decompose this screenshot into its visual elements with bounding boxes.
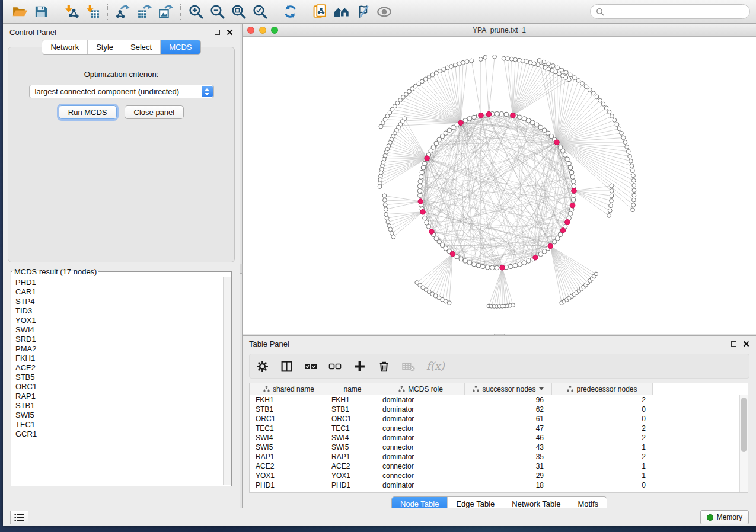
delete-row-button[interactable] bbox=[377, 359, 391, 373]
deselect-all-button[interactable] bbox=[328, 359, 342, 373]
network-node[interactable] bbox=[547, 62, 551, 66]
splitter-grip[interactable] bbox=[494, 334, 505, 336]
network-node[interactable] bbox=[595, 95, 599, 99]
network-node[interactable] bbox=[385, 216, 389, 220]
network-node[interactable] bbox=[631, 203, 636, 207]
zoom-fit-button[interactable] bbox=[228, 2, 249, 21]
mcds-result-item[interactable]: YOX1 bbox=[15, 316, 219, 325]
network-node[interactable] bbox=[564, 70, 568, 75]
import-network-button[interactable] bbox=[60, 2, 82, 21]
network-node[interactable] bbox=[607, 110, 611, 114]
mcds-result-item[interactable]: GCR1 bbox=[15, 430, 219, 439]
network-node[interactable] bbox=[601, 102, 605, 106]
mcds-result-item[interactable]: SWI4 bbox=[15, 325, 219, 335]
splitter-grip[interactable] bbox=[240, 264, 243, 274]
table-row[interactable]: FKH1FKH1dominator962 bbox=[250, 395, 739, 405]
network-node[interactable] bbox=[632, 198, 636, 202]
float-panel-button[interactable] bbox=[215, 30, 220, 35]
network-node[interactable] bbox=[420, 170, 425, 175]
network-node[interactable] bbox=[623, 140, 627, 145]
network-node[interactable] bbox=[560, 68, 564, 72]
network-node[interactable] bbox=[542, 60, 546, 64]
close-panel-button[interactable]: Close panel bbox=[125, 105, 184, 119]
maximize-window-icon[interactable] bbox=[271, 27, 278, 34]
network-node[interactable] bbox=[511, 303, 515, 307]
hide-labels-button[interactable] bbox=[352, 2, 374, 21]
mcds-result-item[interactable]: STP4 bbox=[15, 297, 219, 306]
mcds-hub-node[interactable] bbox=[450, 251, 455, 257]
network-node[interactable] bbox=[417, 184, 422, 188]
network-node[interactable] bbox=[588, 88, 592, 92]
network-node[interactable] bbox=[617, 127, 621, 131]
network-node[interactable] bbox=[535, 123, 540, 127]
show-graphics-details-button[interactable] bbox=[374, 2, 395, 21]
zoom-selected-button[interactable] bbox=[249, 2, 270, 21]
network-node[interactable] bbox=[455, 255, 460, 259]
optimization-criterion-select[interactable]: largest connected component (undirected) bbox=[29, 85, 214, 98]
network-node[interactable] bbox=[565, 157, 570, 162]
table-scrollbar[interactable] bbox=[739, 395, 748, 492]
network-node[interactable] bbox=[386, 220, 390, 224]
network-node[interactable] bbox=[418, 180, 423, 184]
network-node[interactable] bbox=[429, 149, 433, 153]
network-node[interactable] bbox=[608, 209, 612, 213]
mcds-hub-node[interactable] bbox=[458, 120, 464, 126]
tab-style[interactable]: Style bbox=[87, 40, 122, 54]
network-node[interactable] bbox=[572, 184, 576, 188]
network-node[interactable] bbox=[626, 149, 630, 153]
tab-select[interactable]: Select bbox=[122, 40, 160, 54]
mcds-result-item[interactable]: RAP1 bbox=[15, 392, 219, 401]
network-node[interactable] bbox=[527, 118, 531, 123]
mcds-hub-node[interactable] bbox=[486, 111, 492, 117]
mcds-hub-node[interactable] bbox=[420, 210, 426, 215]
network-node[interactable] bbox=[532, 62, 537, 66]
mcds-hub-node[interactable] bbox=[500, 265, 505, 270]
network-node[interactable] bbox=[631, 208, 635, 212]
network-node[interactable] bbox=[517, 58, 521, 62]
network-node[interactable] bbox=[609, 204, 613, 208]
network-node[interactable] bbox=[387, 224, 391, 228]
mcds-hub-node[interactable] bbox=[565, 220, 570, 225]
network-node[interactable] bbox=[445, 66, 449, 70]
export-table-button[interactable] bbox=[133, 2, 155, 21]
network-node[interactable] bbox=[426, 225, 431, 229]
new-network-button[interactable] bbox=[310, 2, 331, 21]
network-node[interactable] bbox=[509, 57, 513, 61]
mcds-result-item[interactable]: TEC1 bbox=[15, 420, 219, 430]
network-node[interactable] bbox=[568, 211, 573, 216]
tab-network[interactable]: Network bbox=[42, 40, 87, 54]
network-node[interactable] bbox=[576, 79, 580, 83]
network-node[interactable] bbox=[615, 123, 619, 127]
mcds-hub-node[interactable] bbox=[511, 113, 516, 118]
network-node[interactable] bbox=[563, 153, 567, 158]
scrollbar-thumb[interactable] bbox=[741, 398, 747, 452]
import-table-button[interactable] bbox=[82, 2, 103, 21]
network-node[interactable] bbox=[630, 164, 634, 168]
mcds-result-item[interactable]: SWI5 bbox=[15, 411, 219, 420]
network-node[interactable] bbox=[513, 263, 518, 268]
column-header-mcds-role[interactable]: MCDS role bbox=[377, 383, 465, 395]
network-node[interactable] bbox=[467, 117, 472, 121]
network-canvas[interactable] bbox=[243, 37, 756, 334]
mcds-result-item[interactable]: PHD1 bbox=[15, 278, 219, 287]
network-node[interactable] bbox=[625, 145, 629, 149]
zoom-in-button[interactable] bbox=[185, 2, 206, 21]
network-node[interactable] bbox=[572, 76, 576, 80]
network-node[interactable] bbox=[620, 132, 624, 136]
network-node[interactable] bbox=[379, 124, 383, 129]
network-node[interactable] bbox=[571, 198, 576, 203]
network-node[interactable] bbox=[570, 175, 575, 180]
network-node[interactable] bbox=[382, 194, 387, 198]
table-row[interactable]: PHD1PHD1dominator180 bbox=[250, 480, 739, 490]
network-node[interactable] bbox=[513, 57, 518, 62]
network-node[interactable] bbox=[598, 98, 602, 102]
close-panel-icon[interactable] bbox=[227, 29, 233, 36]
mcds-hub-node[interactable] bbox=[479, 113, 484, 118]
network-node[interactable] bbox=[580, 82, 585, 86]
network-node[interactable] bbox=[476, 263, 481, 268]
network-node[interactable] bbox=[525, 60, 529, 64]
network-node[interactable] bbox=[528, 60, 532, 65]
mcds-result-item[interactable]: SRD1 bbox=[15, 335, 219, 344]
network-node[interactable] bbox=[631, 169, 635, 173]
network-node[interactable] bbox=[584, 85, 588, 89]
